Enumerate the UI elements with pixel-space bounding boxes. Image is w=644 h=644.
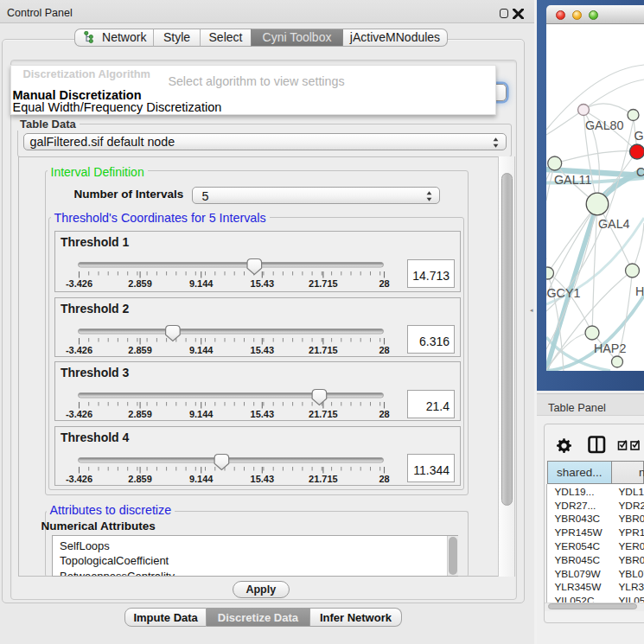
svg-text:9.144: 9.144 <box>188 278 213 289</box>
svg-text:-3.426: -3.426 <box>65 345 92 355</box>
svg-text:-3.426: -3.426 <box>65 474 92 484</box>
svg-text:15.43: 15.43 <box>250 345 274 355</box>
svg-text:GAL80: GAL80 <box>585 118 624 132</box>
svg-text:C: C <box>636 165 644 179</box>
svg-text:Threshold 4: Threshold 4 <box>61 430 130 443</box>
svg-text:15.43: 15.43 <box>250 474 274 484</box>
svg-text:28: 28 <box>379 409 389 419</box>
svg-text:21.715: 21.715 <box>309 474 338 484</box>
svg-text:GAL11: GAL11 <box>554 173 591 187</box>
svg-text:28: 28 <box>379 345 389 355</box>
svg-text:Threshold 2: Threshold 2 <box>61 301 130 315</box>
svg-text:GCY1: GCY1 <box>547 286 581 300</box>
svg-text:HAP2: HAP2 <box>594 341 626 355</box>
svg-text:28: 28 <box>379 474 389 484</box>
svg-text:GAL4: GAL4 <box>598 217 630 231</box>
svg-text:2.859: 2.859 <box>128 474 152 484</box>
svg-text:15.43: 15.43 <box>250 409 274 419</box>
svg-text:Threshold 1: Threshold 1 <box>61 235 130 249</box>
svg-text:2.859: 2.859 <box>128 409 152 419</box>
svg-text:21.715: 21.715 <box>309 345 338 355</box>
svg-text:-3.426: -3.426 <box>65 278 92 289</box>
svg-text:21.715: 21.715 <box>309 278 338 289</box>
svg-text:H: H <box>635 284 644 298</box>
svg-text:9.144: 9.144 <box>188 474 213 484</box>
svg-text:15.43: 15.43 <box>250 278 274 289</box>
svg-text:G.: G. <box>634 129 644 143</box>
svg-text:9.144: 9.144 <box>188 409 213 419</box>
svg-text:Threshold 3: Threshold 3 <box>61 366 130 379</box>
svg-text:-3.426: -3.426 <box>65 409 92 419</box>
svg-text:21.715: 21.715 <box>309 409 338 419</box>
svg-text:2.859: 2.859 <box>128 278 152 289</box>
svg-text:9.144: 9.144 <box>188 345 213 355</box>
svg-text:2.859: 2.859 <box>128 345 152 355</box>
svg-text:28: 28 <box>379 278 389 289</box>
